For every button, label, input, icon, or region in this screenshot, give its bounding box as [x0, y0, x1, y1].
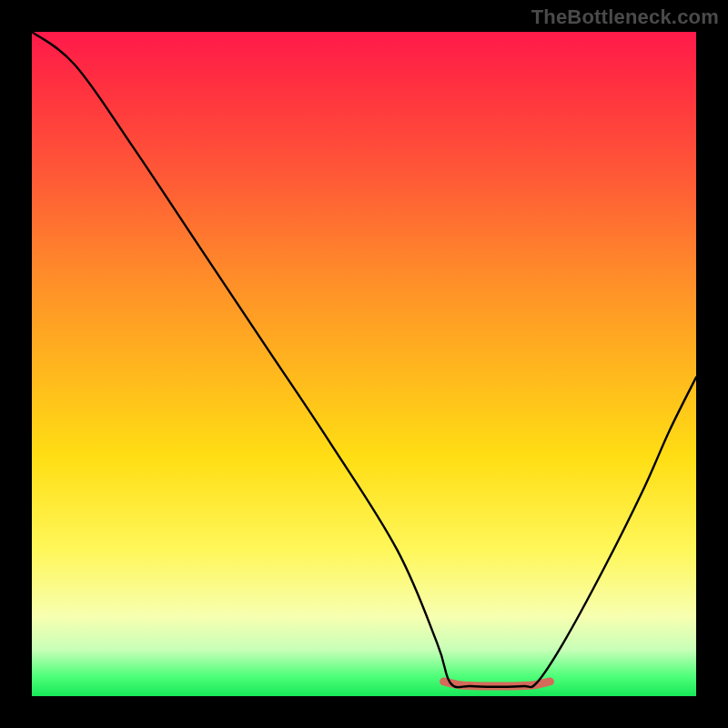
curve-layer [32, 32, 696, 696]
plot-area [32, 32, 696, 696]
main-curve-path [32, 32, 696, 687]
watermark-text: TheBottleneck.com [531, 5, 719, 29]
chart-frame: TheBottleneck.com [0, 0, 728, 728]
